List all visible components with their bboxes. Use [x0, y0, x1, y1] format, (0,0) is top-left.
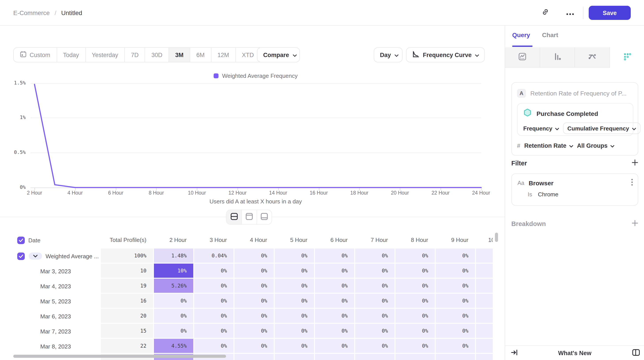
- column-header[interactable]: 8 Hour: [396, 236, 436, 244]
- retention-value-cell[interactable]: 0%: [154, 324, 194, 339]
- total-profiles-cell[interactable]: 16: [101, 294, 154, 309]
- retention-value-cell[interactable]: 0%: [275, 278, 315, 294]
- chart-legend[interactable]: Weighted Average Frequency: [0, 72, 505, 79]
- retention-value-cell[interactable]: [355, 354, 396, 360]
- column-header[interactable]: Total Profile(s): [101, 236, 154, 244]
- retention-value-cell[interactable]: 0%: [355, 248, 396, 264]
- table-vertical-scrollbar[interactable]: [495, 233, 498, 242]
- retention-value-cell[interactable]: [275, 354, 315, 360]
- retention-value-cell[interactable]: [315, 354, 355, 360]
- retention-value-cell[interactable]: 0%: [194, 264, 234, 278]
- collapse-panel-button[interactable]: [510, 348, 519, 358]
- retention-value-cell[interactable]: [476, 248, 493, 264]
- retention-value-cell[interactable]: 0%: [396, 309, 436, 324]
- retention-value-cell[interactable]: 0.04%: [194, 248, 234, 264]
- retention-value-cell[interactable]: 0%: [154, 294, 194, 309]
- retention-value-cell[interactable]: 0%: [315, 294, 355, 309]
- retention-value-cell[interactable]: [476, 264, 493, 278]
- add-filter-button[interactable]: [632, 159, 638, 168]
- retention-value-cell[interactable]: 0%: [194, 278, 234, 294]
- retention-value-cell[interactable]: 0%: [194, 324, 234, 339]
- column-header[interactable]: 9 Hour: [436, 236, 476, 244]
- retention-value-cell[interactable]: 0%: [396, 248, 436, 264]
- retention-value-cell[interactable]: 0%: [396, 264, 436, 278]
- retention-value-cell[interactable]: 0%: [436, 309, 476, 324]
- flows-chart-type-button[interactable]: [575, 47, 610, 68]
- column-header[interactable]: 10 Hour: [476, 236, 493, 244]
- retention-value-cell[interactable]: [476, 354, 493, 360]
- retention-value-cell[interactable]: [476, 294, 493, 309]
- event-row[interactable]: Purchase Completed: [523, 108, 598, 118]
- tab-query[interactable]: Query: [512, 32, 530, 38]
- retention-value-cell[interactable]: 0%: [234, 264, 275, 278]
- retention-value-cell[interactable]: 0%: [315, 339, 355, 354]
- retention-value-cell[interactable]: 0%: [194, 294, 234, 309]
- total-profiles-cell[interactable]: 10: [101, 264, 154, 278]
- copy-link-button[interactable]: [539, 6, 552, 20]
- retention-value-cell[interactable]: 0%: [234, 278, 275, 294]
- layout-chart-only-button[interactable]: [242, 210, 256, 224]
- frequency-type-dropdown[interactable]: Cumulative Frequency: [563, 122, 641, 134]
- insights-chart-type-button[interactable]: [505, 47, 540, 68]
- bar-chart-type-button[interactable]: [540, 47, 575, 68]
- breadcrumb-project[interactable]: E-Commerce: [13, 9, 50, 16]
- retention-value-cell[interactable]: 0%: [275, 309, 315, 324]
- more-actions-button[interactable]: [564, 6, 577, 20]
- select-all-checkbox[interactable]: [17, 236, 25, 244]
- retention-chart-type-button[interactable]: [610, 47, 644, 68]
- filter-operator[interactable]: Is: [528, 191, 532, 198]
- retention-value-cell[interactable]: 0%: [315, 248, 355, 264]
- range-12m[interactable]: 12M: [211, 48, 235, 62]
- retention-value-cell[interactable]: 0%: [275, 339, 315, 354]
- retention-value-cell[interactable]: 0%: [396, 278, 436, 294]
- retention-value-cell[interactable]: 4.55%: [154, 339, 194, 354]
- retention-value-cell[interactable]: 0%: [396, 324, 436, 339]
- retention-value-cell[interactable]: 0%: [275, 324, 315, 339]
- layout-split-button[interactable]: [226, 210, 242, 224]
- retention-value-cell[interactable]: 0%: [436, 339, 476, 354]
- retention-value-cell[interactable]: 0%: [234, 339, 275, 354]
- table-horizontal-scrollbar[interactable]: [13, 355, 226, 358]
- total-profiles-cell[interactable]: 15: [101, 324, 154, 339]
- retention-value-cell[interactable]: 0%: [275, 248, 315, 264]
- range-30d[interactable]: 30D: [145, 48, 169, 62]
- retention-value-cell[interactable]: 0%: [355, 339, 396, 354]
- total-profiles-cell[interactable]: 20: [101, 309, 154, 324]
- retention-value-cell[interactable]: 0%: [355, 324, 396, 339]
- retention-value-cell[interactable]: 0%: [154, 309, 194, 324]
- add-breakdown-button[interactable]: [632, 220, 638, 228]
- retention-value-cell[interactable]: 0%: [436, 294, 476, 309]
- groups-dropdown[interactable]: All Groups: [577, 142, 614, 149]
- retention-value-cell[interactable]: [476, 324, 493, 339]
- range-custom[interactable]: Custom: [14, 48, 56, 62]
- frequency-dropdown[interactable]: Frequency: [523, 125, 559, 132]
- retention-value-cell[interactable]: 0%: [275, 264, 315, 278]
- retention-value-cell[interactable]: [476, 309, 493, 324]
- column-header[interactable]: 5 Hour: [275, 236, 315, 244]
- filter-value[interactable]: Chrome: [538, 191, 558, 198]
- retention-value-cell[interactable]: 0%: [315, 278, 355, 294]
- total-profiles-cell[interactable]: 100%: [101, 248, 154, 264]
- total-profiles-cell[interactable]: 19: [101, 278, 154, 294]
- retention-value-cell[interactable]: 0%: [355, 278, 396, 294]
- whats-new-link[interactable]: What's New: [505, 346, 644, 360]
- retention-value-cell[interactable]: 1.48%: [154, 248, 194, 264]
- retention-value-cell[interactable]: 0%: [234, 309, 275, 324]
- filter-menu-button[interactable]: [631, 179, 633, 188]
- aggregation-dropdown[interactable]: Retention Rate: [524, 142, 573, 149]
- series-title[interactable]: Retention Rate of Frequency of P...: [530, 90, 626, 97]
- retention-value-cell[interactable]: [436, 354, 476, 360]
- tab-chart[interactable]: Chart: [542, 32, 558, 38]
- retention-value-cell[interactable]: 0%: [194, 309, 234, 324]
- retention-value-cell[interactable]: 0%: [396, 294, 436, 309]
- column-header[interactable]: 2 Hour: [154, 236, 194, 244]
- range-3m[interactable]: 3M: [168, 48, 190, 62]
- retention-value-cell[interactable]: [234, 354, 275, 360]
- filter-property[interactable]: Browser: [529, 180, 627, 187]
- row-checkbox[interactable]: [17, 252, 25, 260]
- retention-value-cell[interactable]: 0%: [234, 324, 275, 339]
- retention-value-cell[interactable]: 0%: [436, 248, 476, 264]
- retention-value-cell[interactable]: 0%: [355, 264, 396, 278]
- retention-value-cell[interactable]: 10%: [154, 264, 194, 278]
- retention-value-cell[interactable]: 0%: [315, 309, 355, 324]
